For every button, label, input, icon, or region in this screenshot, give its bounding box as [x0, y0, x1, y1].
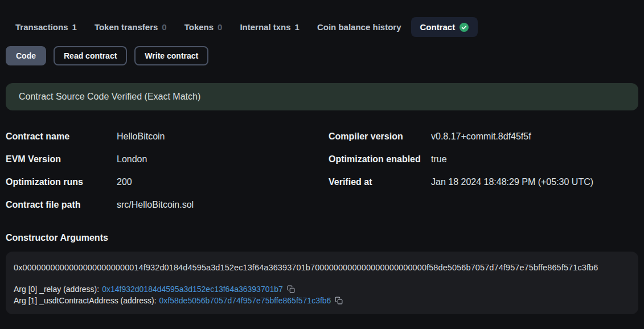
detail-label: Verified at [329, 171, 431, 194]
tab-token-transfers[interactable]: Token transfers 0 [95, 22, 167, 32]
arg-row-0: Arg [0] _relay (address): 0x14f932d0184d… [14, 285, 630, 294]
constructor-args-panel: 0x00000000000000000000000014f932d0184d45… [6, 252, 638, 314]
contract-name-value: HelloBitcoin [117, 125, 329, 148]
tab-internal-txns[interactable]: Internal txns 1 [240, 22, 300, 32]
contract-details-grid: Contract name HelloBitcoin Compiler vers… [6, 125, 644, 216]
constructor-arguments-title: Constructor Arguments [6, 233, 644, 243]
tab-contract-selected[interactable]: Contract [411, 17, 478, 37]
evm-version-value: London [117, 148, 329, 171]
optimization-runs-value: 200 [117, 171, 329, 194]
verified-at-value: Jan 18 2024 18:48:29 PM (+05:30 UTC) [431, 171, 644, 194]
tab-label: Coin balance history [317, 22, 401, 32]
verified-banner: Contract Source Code Verified (Exact Mat… [6, 83, 638, 110]
tab-label: Token transfers [95, 22, 158, 32]
tab-count: 1 [295, 22, 300, 32]
detail-label: Optimization runs [6, 171, 117, 194]
tab-coin-balance-history[interactable]: Coin balance history [317, 22, 401, 32]
tab-count: 0 [218, 22, 222, 32]
detail-label: EVM Version [6, 148, 117, 171]
decoded-args-list: Arg [0] _relay (address): 0x14f932d0184d… [14, 285, 630, 305]
tab-label: Internal txns [240, 22, 290, 32]
copy-icon[interactable] [335, 297, 343, 305]
tab-count: 1 [72, 22, 77, 32]
arg-address-link[interactable]: 0x14f932d0184d4595a3d152ec13f64a36393701… [102, 285, 283, 294]
detail-label: Compiler version [329, 125, 431, 148]
arg-label: Arg [0] _relay (address): [14, 285, 99, 294]
write-contract-button[interactable]: Write contract [134, 46, 208, 65]
detail-label: Contract name [6, 125, 117, 148]
read-contract-button[interactable]: Read contract [54, 46, 127, 65]
arg-row-1: Arg [1] _usdtContractAddress (address): … [14, 296, 630, 305]
detail-label: Optimization enabled [329, 148, 431, 171]
tab-bar: Transactions 1 Token transfers 0 Tokens … [0, 0, 644, 39]
optimization-enabled-value: true [431, 148, 644, 171]
tab-count: 0 [162, 22, 166, 32]
code-button[interactable]: Code [6, 46, 46, 65]
tab-label: Tokens [184, 22, 214, 32]
compiler-version-value: v0.8.17+commit.8df45f5f [431, 125, 644, 148]
arg-address-link[interactable]: 0xf58de5056b7057d74f957e75bffe865f571c3f… [159, 296, 331, 305]
tab-label: Contract [420, 22, 456, 32]
verified-banner-text: Contract Source Code Verified (Exact Mat… [19, 92, 200, 102]
arg-label: Arg [1] _usdtContractAddress (address): [14, 296, 157, 305]
contract-subtab-bar: Code Read contract Write contract [6, 46, 644, 65]
tab-label: Transactions [15, 22, 68, 32]
raw-constructor-args: 0x00000000000000000000000014f932d0184d45… [14, 263, 630, 272]
detail-label: Contract file path [6, 194, 117, 216]
tab-tokens[interactable]: Tokens 0 [184, 22, 223, 32]
copy-icon[interactable] [287, 285, 295, 293]
check-circle-icon [460, 23, 469, 32]
contract-file-path-value: src/HelloBitcoin.sol [117, 194, 329, 216]
tab-transactions[interactable]: Transactions 1 [15, 22, 77, 32]
